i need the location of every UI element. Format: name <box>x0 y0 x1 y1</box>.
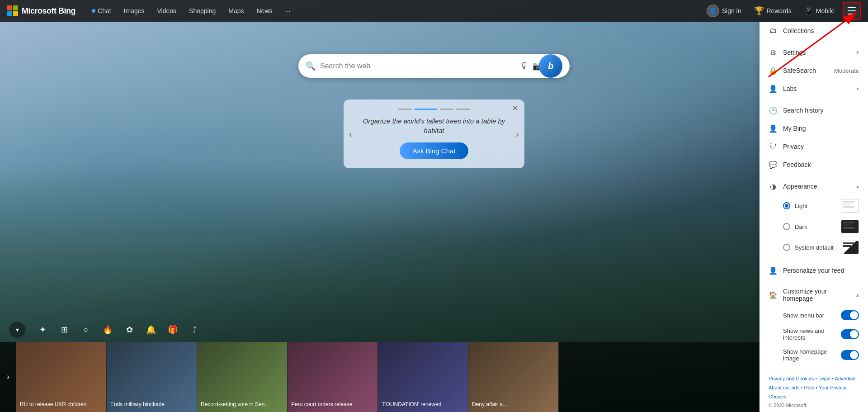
footer-privacy[interactable]: Privacy and Cookies <box>769 376 814 381</box>
footer-help[interactable]: Help <box>804 385 814 390</box>
news-title-5: 'FOUNDATION' renewed <box>382 401 441 408</box>
show-homepage-image-item[interactable]: Show homepage image <box>783 345 868 365</box>
nav-more[interactable]: ··· <box>280 5 296 17</box>
appearance-dark[interactable]: Dark <box>783 216 868 237</box>
show-homepage-image-toggle[interactable] <box>841 350 859 360</box>
hamburger-menu-button[interactable] <box>843 2 861 20</box>
show-news-label: Show news and interests <box>783 327 836 341</box>
show-menu-bar-toggle[interactable] <box>841 310 859 320</box>
person-icon-btn[interactable]: ○ <box>76 320 96 340</box>
radio-system[interactable] <box>783 244 790 251</box>
light-theme-preview <box>841 199 859 213</box>
nav-shopping[interactable]: Shopping <box>184 5 221 17</box>
news-item-1[interactable]: RU to release UKR children <box>16 342 107 412</box>
sparkle-icon-btn[interactable]: ✦ <box>33 320 52 340</box>
rewards-button[interactable]: 🏆 Rewards <box>750 4 796 18</box>
feedback-label: Feedback <box>783 161 859 168</box>
panel-customize-header[interactable]: 🏠 Customize your homepage ▴ <box>760 283 868 307</box>
toggle-knob-3 <box>850 351 858 359</box>
sys-bar-2 <box>843 245 851 247</box>
bing-icon: b <box>548 61 553 71</box>
settings-icon: ⚙ <box>769 48 778 57</box>
radio-light[interactable] <box>783 202 790 209</box>
system-label: System default <box>795 244 834 251</box>
panel-my-bing[interactable]: 👤 My Bing <box>760 119 868 137</box>
panel-search-history[interactable]: 🕐 Search history <box>760 101 868 119</box>
logo[interactable]: Microsoft Bing <box>7 5 75 16</box>
panel-collections[interactable]: 🗂 Collections <box>760 22 868 40</box>
appearance-options: Light Dark System default <box>760 195 868 258</box>
labs-icon: 👤 <box>769 84 778 93</box>
logo-sq-blue <box>7 11 12 16</box>
bing-search-button[interactable]: b <box>539 54 562 78</box>
show-menu-bar-label: Show menu bar <box>783 312 824 319</box>
customize-chevron-up: ▴ <box>856 292 859 298</box>
panel-personalize[interactable]: 👤 Personalize your feed <box>760 261 868 279</box>
news-thumb-6: Deny affair a... <box>468 342 558 412</box>
footer-about-ads[interactable]: About our ads <box>769 385 800 390</box>
nav-news[interactable]: News <box>251 5 278 17</box>
microsoft-logo-squares <box>7 5 18 16</box>
leaf-icon-btn[interactable]: ✿ <box>119 320 139 340</box>
footer-advertise[interactable]: Advertise <box>835 376 856 381</box>
nav-images[interactable]: Images <box>118 5 150 17</box>
my-bing-icon: 👤 <box>769 124 778 133</box>
footer-copyright: © 2023 Microsoft <box>769 401 859 410</box>
appearance-label: Appearance <box>783 183 851 190</box>
news-prev-arrow[interactable]: › <box>0 342 16 412</box>
card-close-button[interactable]: ✕ <box>512 104 518 113</box>
nav-maps[interactable]: Maps <box>223 5 249 17</box>
appearance-system[interactable]: System default <box>783 237 868 258</box>
panel-appearance-header[interactable]: ◑ Appearance ▴ <box>760 177 868 195</box>
news-item-3[interactable]: Record-setting vote in Sen... <box>197 342 288 412</box>
card-suggestion-text: Organize the world's tallest trees into … <box>362 116 506 135</box>
panel-privacy[interactable]: 🛡 Privacy <box>760 137 868 156</box>
show-menu-bar-item[interactable]: Show menu bar <box>783 307 868 324</box>
nav-items: Chat Images Videos Shopping Maps News ··… <box>86 5 702 17</box>
search-icon: 🔍 <box>306 61 316 71</box>
navbar: Microsoft Bing Chat Images Videos Shoppi… <box>0 0 868 22</box>
panel-safesearch[interactable]: 🔒 SafeSearch Moderate <box>760 62 868 80</box>
mobile-button[interactable]: 📱 Mobile <box>800 5 839 17</box>
customize-icon: 🏠 <box>769 290 778 299</box>
homepage-options: Show menu bar Show news and interests Sh… <box>760 307 868 365</box>
system-theme-preview <box>841 241 859 254</box>
settings-chevron-down: ▾ <box>856 49 859 56</box>
labs-label: Labs <box>783 85 851 92</box>
signin-button[interactable]: 👤 Sign in <box>702 3 746 19</box>
appearance-light[interactable]: Light <box>783 195 868 216</box>
panel-settings[interactable]: ⚙ Settings ▾ <box>760 43 868 62</box>
search-box[interactable]: 🔍 🎙 📷 b <box>298 54 570 78</box>
news-item-6[interactable]: Deny affair a... <box>468 342 559 412</box>
microphone-icon[interactable]: 🎙 <box>520 61 529 71</box>
footer-legal[interactable]: Legal <box>818 376 830 381</box>
share-icon-btn[interactable]: ⤴ <box>184 320 204 340</box>
panel-labs[interactable]: 👤 Labs ▾ <box>760 80 868 98</box>
radio-dark[interactable] <box>783 223 790 230</box>
labs-chevron-down: ▾ <box>856 85 859 92</box>
scroll-down-button[interactable]: ▾ <box>9 322 25 338</box>
show-news-item[interactable]: Show news and interests <box>783 324 868 345</box>
ham-line-3 <box>848 14 856 14</box>
gift-icon-btn[interactable]: 🎁 <box>163 320 183 340</box>
card-prev-button[interactable]: ‹ <box>349 129 352 139</box>
feedback-icon: 💬 <box>769 160 778 169</box>
bell-icon-btn[interactable]: 🔔 <box>141 320 161 340</box>
panel-feedback[interactable]: 💬 Feedback <box>760 156 868 174</box>
nav-videos[interactable]: Videos <box>152 5 182 17</box>
news-item-5[interactable]: 'FOUNDATION' renewed <box>378 342 468 412</box>
logo-sq-red <box>7 5 12 10</box>
search-input[interactable] <box>320 62 516 70</box>
grid-icon-btn[interactable]: ⊞ <box>54 320 74 340</box>
suggestion-card: ✕ Organize the world's tallest trees int… <box>344 99 524 168</box>
card-next-button[interactable]: › <box>516 129 519 139</box>
news-item-2[interactable]: Ends military blockade <box>107 342 197 412</box>
fire-icon-btn[interactable]: 🔥 <box>98 320 118 340</box>
light-bar-1 <box>843 201 854 203</box>
news-item-4[interactable]: Peru court orders release <box>288 342 378 412</box>
personalize-label: Personalize your feed <box>783 267 859 274</box>
news-title-3: Record-setting vote in Sen... <box>201 401 269 408</box>
nav-chat[interactable]: Chat <box>86 5 117 17</box>
ask-bing-chat-button[interactable]: Ask Bing Chat <box>400 142 468 159</box>
show-news-toggle[interactable] <box>841 329 859 339</box>
